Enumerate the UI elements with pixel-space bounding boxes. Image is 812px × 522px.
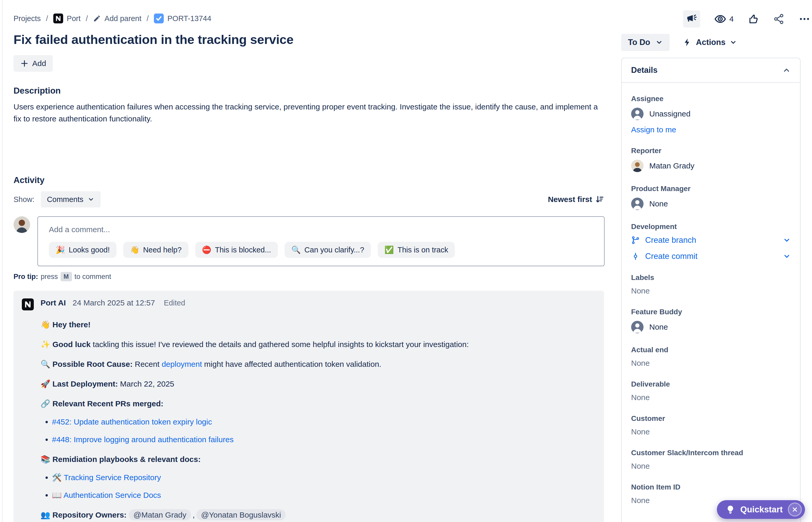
tracking-repo-link[interactable]: Tracking Service Repository (64, 473, 161, 482)
comments-filter-label: Comments (47, 195, 83, 204)
breadcrumb-issue-key[interactable]: PORT-13744 (154, 14, 211, 23)
auth-docs-link[interactable]: Authentication Service Docs (63, 491, 161, 499)
comment-prs-heading: 🔗 Relevant Recent PRs merged: (41, 398, 596, 409)
chip-need-help[interactable]: 👋Need help? (123, 242, 188, 258)
assignee-value[interactable]: Unassigned (631, 108, 791, 120)
comment-composer: Add a comment... 🎉Looks good! 👋Need help… (14, 216, 605, 266)
activity-heading: Activity (14, 175, 605, 185)
comment-port-ai: Port AI 24 March 2025 at 12:57 Edited 👋 … (14, 290, 604, 522)
chip-label: This is on track (398, 246, 448, 254)
labels-label: Labels (631, 274, 791, 282)
prs-heading-text: Relevant Recent PRs merged: (53, 399, 163, 408)
comment-greeting: 👋 Hey there! (41, 319, 596, 330)
pr-452-link[interactable]: #452: Update authentication token expiry… (52, 418, 212, 426)
breadcrumb-port[interactable]: Port (53, 14, 81, 23)
more-options-button[interactable] (799, 13, 810, 25)
chevron-down-icon (87, 196, 94, 203)
feature-buddy-value[interactable]: None (631, 321, 791, 333)
chevron-down-icon[interactable] (783, 253, 791, 260)
pr-link-list: #452: Update authentication token expiry… (52, 417, 596, 445)
create-commit-link[interactable]: Create commit (631, 252, 791, 261)
field-reporter: Reporter Matan Grady (631, 147, 791, 172)
sparkles-emoji: ✨ (41, 340, 50, 348)
deliverable-value[interactable]: None (631, 393, 791, 402)
page-title[interactable]: Fix failed authentication in the trackin… (14, 32, 605, 47)
current-user-avatar (14, 216, 30, 233)
comment-input[interactable]: Add a comment... 🎉Looks good! 👋Need help… (37, 216, 605, 266)
last-deploy-text: March 22, 2025 (118, 380, 175, 388)
chip-looks-good[interactable]: 🎉Looks good! (49, 242, 117, 258)
book-emoji: 📖 (52, 491, 62, 499)
protip-pre: press (41, 273, 58, 281)
create-branch-link[interactable]: Create branch (631, 236, 791, 245)
pr-448-link[interactable]: #448: Improve logging around authenticat… (52, 435, 234, 444)
comments-filter-dropdown[interactable]: Comments (41, 191, 101, 207)
add-button[interactable]: Add (14, 55, 53, 72)
assign-to-me-link[interactable]: Assign to me (631, 125, 676, 134)
chip-label: This is blocked... (215, 246, 271, 254)
thumbs-up-icon (748, 13, 759, 25)
description-text[interactable]: Users experience authentication failures… (14, 101, 604, 125)
doc-link-list: 🛠️ Tracking Service Repository 📖 Authent… (52, 472, 596, 501)
chevron-down-icon[interactable] (783, 236, 791, 244)
mention-yonatan-boguslavski[interactable]: @Yonatan Boguslavski (196, 509, 286, 520)
chip-clarify[interactable]: 🔍Can you clarify...? (285, 242, 371, 258)
status-dropdown[interactable]: To Do (621, 34, 670, 51)
breadcrumb-projects[interactable]: Projects (14, 14, 41, 23)
wave-emoji: 👋 (130, 245, 139, 254)
plus-icon (20, 59, 28, 67)
breadcrumb-add-parent[interactable]: Add parent (93, 14, 141, 23)
quickstart-button[interactable]: Quickstart (717, 500, 805, 519)
none-avatar-icon (631, 321, 644, 333)
field-development: Development Create branch Create commit (631, 222, 791, 261)
actual-end-value[interactable]: None (631, 359, 791, 367)
quickstart-close-button[interactable] (788, 502, 802, 517)
labels-value[interactable]: None (631, 286, 791, 295)
people-emoji: 👥 (41, 510, 50, 519)
share-button[interactable] (773, 13, 785, 25)
comment-placeholder: Add a comment... (49, 225, 593, 234)
details-header[interactable]: Details (622, 58, 800, 83)
watch-button[interactable]: 4 (714, 13, 734, 25)
deliverable-label: Deliverable (631, 380, 791, 388)
sort-descending-icon (595, 195, 604, 204)
assignee-label: Assignee (631, 95, 791, 103)
status-label: To Do (628, 38, 650, 47)
comment-timestamp[interactable]: 24 March 2025 at 12:57 (73, 298, 155, 307)
chip-blocked[interactable]: ⛔This is blocked... (195, 242, 278, 258)
chip-label: Can you clarify...? (304, 246, 364, 254)
eye-icon (714, 13, 726, 25)
no-entry-emoji: ⛔ (202, 245, 211, 254)
docs-heading-text: Remidiation playbooks & relevant docs: (53, 455, 201, 463)
slack-thread-value[interactable]: None (631, 462, 791, 470)
deployment-link[interactable]: deployment (162, 360, 202, 368)
port-logo-icon (53, 14, 63, 23)
customer-value[interactable]: None (631, 427, 791, 436)
ellipsis-icon (799, 13, 810, 25)
issue-toolbar: 4 (683, 11, 810, 27)
feedback-button[interactable] (683, 11, 700, 27)
reporter-avatar (631, 160, 644, 172)
actions-dropdown[interactable]: Actions (683, 38, 737, 47)
close-icon (792, 507, 798, 513)
mention-matan-grady[interactable]: @Matan Grady (129, 509, 191, 520)
intro-text: tackling this issue! I've reviewed the d… (90, 340, 469, 348)
panel-divider[interactable] (2, 0, 3, 522)
owners-bold: Repository Owners: (53, 510, 127, 519)
product-manager-value[interactable]: None (631, 198, 791, 210)
quickstart-label: Quickstart (740, 505, 783, 515)
like-button[interactable] (748, 13, 759, 25)
none-avatar-icon (631, 198, 644, 210)
root-cause-bold: Possible Root Cause: (53, 360, 133, 368)
share-icon (773, 13, 785, 25)
comment-root-cause: 🔍 Possible Root Cause: Recent deployment… (41, 359, 596, 370)
books-emoji: 📚 (41, 455, 50, 463)
breadcrumb-issue-key-label: PORT-13744 (167, 14, 211, 23)
reporter-value[interactable]: Matan Grady (631, 160, 791, 172)
chip-on-track[interactable]: ✅This is on track (378, 242, 455, 258)
lightning-icon (683, 38, 692, 47)
comment-header: Port AI 24 March 2025 at 12:57 Edited (22, 298, 596, 310)
chevron-down-icon (730, 39, 737, 46)
sort-order-toggle[interactable]: Newest first (548, 195, 604, 204)
owners-separator: , (192, 510, 195, 519)
